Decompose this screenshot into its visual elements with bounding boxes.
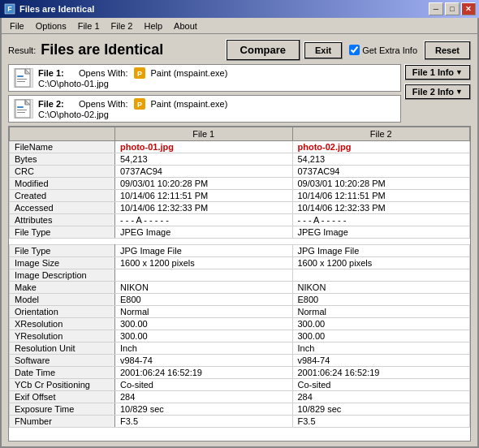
row-file2-val-20: Co-sited bbox=[292, 379, 470, 391]
file1-opens-with-label: Opens With: bbox=[79, 68, 128, 78]
row-file2-val-0: photo-02.jpg bbox=[292, 141, 470, 153]
row-file1-val-18: v984-74 bbox=[115, 355, 293, 367]
file1-label: File 1: bbox=[38, 68, 71, 78]
file2-program: Paint (mspaint.exe) bbox=[151, 99, 228, 109]
row-file1-val-17: Inch bbox=[115, 342, 293, 355]
row-label-4: Created bbox=[10, 190, 115, 202]
maximize-button[interactable]: □ bbox=[445, 2, 460, 15]
row-file1-val-23: F3.5 bbox=[115, 416, 293, 428]
result-value: Files are Identical bbox=[41, 41, 163, 58]
file1-icon bbox=[14, 68, 33, 88]
row-label-18: Software bbox=[10, 355, 115, 367]
row-file1-val-13: E800 bbox=[115, 294, 293, 306]
row-file2-val-17: Inch bbox=[292, 342, 470, 355]
row-file2-val-23: F3.5 bbox=[292, 416, 470, 428]
table-row: YResolution300.00300.00 bbox=[10, 330, 470, 342]
row-file1-val-2: 0737AC94 bbox=[115, 166, 293, 178]
row-label-21: Exif Offset bbox=[10, 391, 115, 403]
extra-info-row: Get Extra Info bbox=[349, 45, 417, 55]
row-file2-val-5: 10/14/06 12:32:33 PM bbox=[292, 202, 470, 214]
get-extra-info-label: Get Extra Info bbox=[362, 45, 417, 55]
menu-file[interactable]: File bbox=[5, 19, 29, 32]
row-label-20: YCb Cr Positioning bbox=[10, 379, 115, 391]
row-label-14: Orientation bbox=[10, 306, 115, 318]
row-file2-val-4: 10/14/06 12:11:51 PM bbox=[292, 190, 470, 202]
table-row: FileNamephoto-01.jpgphoto-02.jpg bbox=[10, 141, 470, 153]
minimize-button[interactable]: ─ bbox=[429, 2, 443, 15]
menu-file1[interactable]: File 1 bbox=[73, 19, 105, 32]
get-extra-info-checkbox[interactable] bbox=[349, 45, 360, 55]
row-label-16: YResolution bbox=[10, 330, 115, 342]
table-row: YCb Cr PositioningCo-sitedCo-sited bbox=[10, 379, 470, 391]
paint-icon1: P bbox=[134, 67, 145, 79]
exit-button[interactable]: Exit bbox=[304, 41, 343, 59]
paint-icon2: P bbox=[134, 98, 145, 110]
menu-options[interactable]: Options bbox=[31, 19, 71, 32]
content-area: Result: Files are Identical Compare Exit… bbox=[2, 34, 477, 446]
row-file2-val-21: 284 bbox=[292, 391, 470, 403]
window-controls: ─ □ ✕ bbox=[429, 2, 476, 15]
file1-path: C:\O\photo-01.jpg bbox=[38, 79, 395, 88]
row-label-23: FNumber bbox=[10, 416, 115, 428]
row-file2-val-15: 300.00 bbox=[292, 318, 470, 330]
table-row: Softwarev984-74v984-74 bbox=[10, 355, 470, 367]
table-row: Bytes54,21354,213 bbox=[10, 153, 470, 166]
table-row: File TypeJPG Image FileJPG Image File bbox=[10, 245, 470, 257]
app-icon: F bbox=[3, 2, 16, 15]
row-file2-val-10: 1600 x 1200 pixels bbox=[292, 257, 470, 269]
svg-rect-14 bbox=[17, 110, 27, 110]
compare-button[interactable]: Compare bbox=[226, 39, 300, 61]
menu-help[interactable]: Help bbox=[139, 19, 167, 32]
table-row: CRC0737AC940737AC94 bbox=[10, 166, 470, 178]
row-file1-val-10: 1600 x 1200 pixels bbox=[115, 257, 293, 269]
close-button[interactable]: ✕ bbox=[461, 2, 476, 15]
file2-label: File 2: bbox=[38, 99, 71, 109]
title-bar: F Files are Identical ─ □ ✕ bbox=[0, 0, 479, 18]
file2-opens-with-label: Opens With: bbox=[79, 99, 128, 109]
action-buttons: Compare Exit bbox=[226, 39, 343, 61]
row-file1-val-9: JPG Image File bbox=[115, 245, 293, 257]
row-file2-val-14: Normal bbox=[292, 306, 470, 318]
row-file1-val-19: 2001:06:24 16:52:19 bbox=[115, 367, 293, 379]
comparison-table-container[interactable]: File 1 File 2 FileNamephoto-01.jpgphoto-… bbox=[8, 126, 471, 442]
menu-file2[interactable]: File 2 bbox=[106, 19, 138, 32]
result-label: Result: bbox=[8, 45, 36, 55]
svg-text:P: P bbox=[137, 101, 142, 109]
row-file2-val-22: 10/829 sec bbox=[292, 403, 470, 416]
file1-info-button[interactable]: File 1 Info ▼ bbox=[404, 64, 471, 80]
table-row: XResolution300.00300.00 bbox=[10, 318, 470, 330]
table-row: Image Description bbox=[10, 269, 470, 282]
row-file1-val-5: 10/14/06 12:32:33 PM bbox=[115, 202, 293, 214]
table-gap-row bbox=[10, 239, 470, 245]
file2-info-button[interactable]: File 2 Info ▼ bbox=[404, 84, 471, 100]
row-file2-val-7: JPEG Image bbox=[292, 226, 470, 239]
row-label-2: CRC bbox=[10, 166, 115, 178]
table-row: FNumberF3.5F3.5 bbox=[10, 416, 470, 428]
row-file1-val-1: 54,213 bbox=[115, 153, 293, 166]
col-header-label bbox=[10, 127, 115, 141]
comparison-table: File 1 File 2 FileNamephoto-01.jpgphoto-… bbox=[9, 127, 470, 428]
row-label-7: File Type bbox=[10, 226, 115, 239]
row-file1-val-15: 300.00 bbox=[115, 318, 293, 330]
row-file1-val-16: 300.00 bbox=[115, 330, 293, 342]
row-file1-val-14: Normal bbox=[115, 306, 293, 318]
menu-about[interactable]: About bbox=[169, 19, 202, 32]
table-row: MakeNIKONNIKON bbox=[10, 282, 470, 294]
file1-program: Paint (mspaint.exe) bbox=[151, 68, 228, 78]
col-header-file1: File 1 bbox=[115, 127, 293, 141]
row-label-6: Attributes bbox=[10, 214, 115, 226]
table-row: Attributes- - - A - - - - -- - - A - - -… bbox=[10, 214, 470, 226]
file2-icon bbox=[14, 99, 33, 118]
row-file1-val-12: NIKON bbox=[115, 282, 293, 294]
row-file1-val-7: JPEG Image bbox=[115, 226, 293, 239]
reset-button[interactable]: Reset bbox=[424, 41, 471, 60]
row-file2-val-3: 09/03/01 10:20:28 PM bbox=[292, 178, 470, 190]
svg-text:P: P bbox=[137, 70, 142, 78]
table-row: ModelE800E800 bbox=[10, 294, 470, 306]
table-row: Exif Offset284284 bbox=[10, 391, 470, 403]
table-row: Image Size1600 x 1200 pixels1600 x 1200 … bbox=[10, 257, 470, 269]
row-file1-val-20: Co-sited bbox=[115, 379, 293, 391]
svg-rect-13 bbox=[17, 106, 24, 108]
svg-rect-7 bbox=[17, 81, 25, 82]
col-header-file2: File 2 bbox=[292, 127, 470, 141]
